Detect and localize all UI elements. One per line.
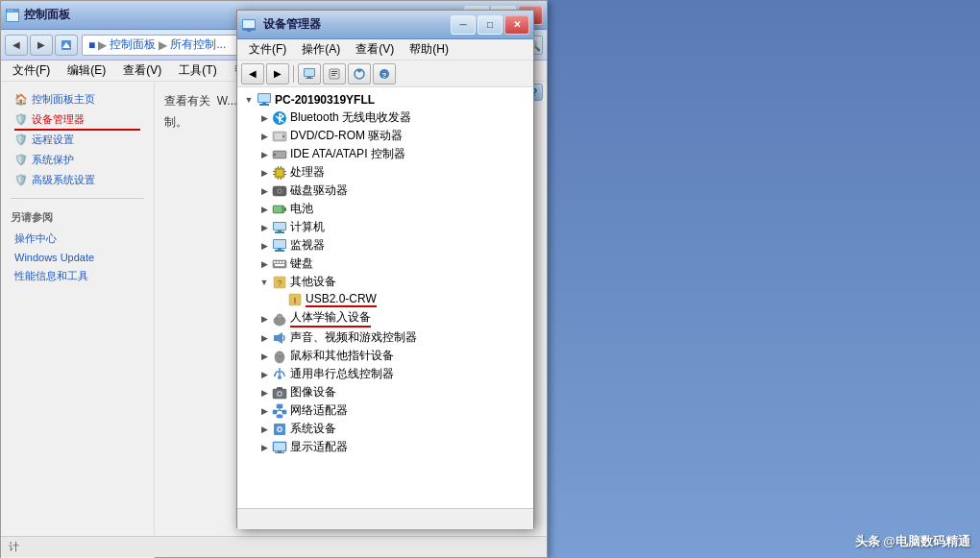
mouse-icon — [272, 349, 287, 364]
tree-item-battery[interactable]: ▶ 电池 — [239, 200, 531, 218]
home-icon: 🏠 — [14, 93, 28, 106]
tree-item-bluetooth[interactable]: ▶ Bluetooth 无线电收发器 — [239, 109, 531, 127]
cp-menu-view[interactable]: 查看(V) — [115, 61, 169, 81]
svg-point-92 — [279, 427, 282, 430]
tree-item-sound[interactable]: ▶ 声音、视频和游戏控制器 — [239, 328, 531, 347]
tree-toggle-other[interactable]: ▼ — [257, 275, 272, 290]
devmgr-icon: 🛡️ — [14, 113, 28, 126]
tree-item-system[interactable]: ▶ 系统设备 — [239, 420, 531, 438]
toolbar-btn-back[interactable]: ◀ — [241, 63, 264, 85]
tree-toggle-battery[interactable]: ▶ — [257, 202, 272, 217]
svg-rect-17 — [331, 71, 337, 72]
device-manager-window: 设备管理器 ─ □ ✕ 文件(F) 操作(A) 查看(V) 帮助(H) ◀ ▶ — [236, 10, 534, 528]
sidebar-link-protection[interactable]: 🛡️ 系统保护 — [5, 150, 150, 170]
cp-menu-file[interactable]: 文件(F) — [5, 61, 58, 81]
battery-icon — [272, 202, 287, 217]
devmgr-menu-help[interactable]: 帮助(H) — [402, 39, 456, 60]
tree-item-camera[interactable]: ▶ 图像设备 — [239, 383, 531, 401]
breadcrumb-control-panel[interactable]: 控制面板 — [110, 36, 156, 53]
svg-rect-94 — [274, 443, 285, 450]
devmgr-menu-view[interactable]: 查看(V) — [348, 39, 402, 60]
tree-item-ide[interactable]: ▶ IDE ATA/ATAPI 控制器 — [239, 145, 531, 163]
tree-toggle-root[interactable]: ▼ — [241, 92, 257, 108]
devmgr-minimize-button[interactable]: ─ — [451, 15, 476, 35]
devmgr-close-button[interactable]: ✕ — [504, 15, 529, 35]
cp-menu-edit[interactable]: 编辑(E) — [60, 61, 113, 81]
tree-item-cpu[interactable]: ▶ 处理器 — [239, 163, 531, 182]
tree-root[interactable]: ▼ PC-20190319YFLL — [239, 91, 531, 109]
cp-back-button[interactable]: ◀ — [5, 35, 28, 56]
tree-toggle-hid[interactable]: ▶ — [257, 311, 272, 327]
tree-toggle-system[interactable]: ▶ — [257, 422, 272, 437]
sidebar-link-devmgr[interactable]: 🛡️ 设备管理器 — [5, 109, 150, 130]
tree-item-display[interactable]: ▶ 显示适配器 — [239, 438, 531, 456]
tree-toggle-sound[interactable]: ▶ — [257, 330, 272, 346]
toolbar-btn-help[interactable]: ? — [373, 63, 396, 85]
tree-item-cdrom[interactable]: ▶ DVD/CD-ROM 驱动器 — [239, 127, 531, 145]
tree-toggle-computer[interactable]: ▶ — [257, 220, 272, 235]
tree-item-usb[interactable]: ▶ 通用串行总线控制器 — [239, 365, 531, 383]
tree-toggle-ide[interactable]: ▶ — [257, 147, 272, 162]
computer-icon — [257, 92, 272, 108]
sidebar-divider — [11, 198, 144, 199]
tree-toggle-camera[interactable]: ▶ — [257, 385, 272, 400]
tree-item-mouse[interactable]: ▶ 鼠标和其他指针设备 — [239, 347, 531, 365]
cp-window-icon — [5, 8, 20, 23]
remote-icon: 🛡️ — [14, 133, 28, 146]
svg-rect-56 — [278, 249, 282, 250]
tree-toggle-cdrom[interactable]: ▶ — [257, 129, 272, 144]
tree-label-battery: 电池 — [290, 201, 313, 217]
svg-rect-53 — [275, 231, 284, 233]
tree-item-keyboard[interactable]: ▶ 键盘 — [239, 255, 531, 273]
tree-toggle-keyboard[interactable]: ▶ — [257, 256, 272, 272]
devmgr-menu-action[interactable]: 操作(A) — [294, 39, 348, 60]
devmgr-tree[interactable]: ▼ PC-20190319YFLL ▶ Bluetooth 无线电收发器 ▶ — [237, 87, 533, 508]
tree-toggle-mouse[interactable]: ▶ — [257, 349, 272, 364]
breadcrumb-icon: ■ — [88, 38, 95, 52]
svg-rect-29 — [275, 133, 282, 139]
toolbar-btn-update[interactable] — [348, 63, 371, 85]
svg-rect-49 — [274, 206, 282, 212]
svg-rect-41 — [273, 174, 275, 175]
svg-rect-48 — [284, 207, 286, 211]
tree-item-computer[interactable]: ▶ 计算机 — [239, 218, 531, 236]
tree-item-hid[interactable]: ▶ 人体学输入设备 — [239, 308, 531, 328]
cp-forward-button[interactable]: ▶ — [30, 35, 53, 56]
tree-item-disk[interactable]: ▶ 磁盘驱动器 — [239, 182, 531, 200]
tree-toggle-cpu[interactable]: ▶ — [257, 165, 272, 181]
svg-rect-38 — [278, 178, 279, 180]
sidebar-link-windows-update[interactable]: Windows Update — [5, 249, 150, 266]
devmgr-menu-file[interactable]: 文件(F) — [241, 39, 294, 60]
devmgr-maximize-button[interactable]: □ — [478, 15, 502, 35]
cp-menu-tools[interactable]: 工具(T) — [171, 61, 224, 81]
sidebar-link-remote[interactable]: 🛡️ 远程设置 — [5, 130, 150, 150]
tree-toggle-usb[interactable]: ▶ — [257, 367, 272, 382]
protection-icon: 🛡️ — [14, 154, 28, 166]
tree-item-monitor[interactable]: ▶ 监视器 — [239, 236, 531, 255]
tree-item-usb-crw[interactable]: ! USB2.0-CRW — [239, 291, 531, 308]
toolbar-btn-computer[interactable] — [298, 63, 321, 85]
tree-toggle-bluetooth[interactable]: ▶ — [257, 110, 272, 126]
tree-toggle-monitor[interactable]: ▶ — [257, 238, 272, 254]
tree-item-network[interactable]: ▶ 网络适配器 — [239, 401, 531, 420]
cp-title-text: 控制面板 — [24, 7, 70, 23]
sidebar-link-performance[interactable]: 性能信息和工具 — [5, 266, 150, 286]
other-icon: ? — [272, 275, 287, 290]
svg-text:?: ? — [277, 279, 282, 288]
tree-label-ide: IDE ATA/ATAPI 控制器 — [290, 146, 405, 162]
toolbar-sep-1 — [293, 65, 294, 83]
toolbar-btn-properties[interactable] — [323, 63, 346, 85]
tree-toggle-usb-crw — [272, 292, 287, 307]
bluetooth-icon — [272, 110, 287, 126]
tree-toggle-display[interactable]: ▶ — [257, 440, 272, 455]
breadcrumb-all-items[interactable]: 所有控制... — [170, 36, 226, 53]
sidebar-link-action-center[interactable]: 操作中心 — [5, 229, 150, 249]
toolbar-btn-forward[interactable]: ▶ — [266, 63, 289, 85]
sidebar-link-home[interactable]: 🏠 控制面板主页 — [5, 89, 150, 109]
sidebar-link-advanced[interactable]: 🛡️ 高级系统设置 — [5, 170, 150, 190]
tree-label-cpu: 处理器 — [290, 164, 325, 181]
tree-toggle-disk[interactable]: ▶ — [257, 183, 272, 199]
cp-up-button[interactable] — [55, 35, 78, 56]
tree-item-other[interactable]: ▼ ? 其他设备 — [239, 273, 531, 291]
tree-toggle-network[interactable]: ▶ — [257, 403, 272, 419]
